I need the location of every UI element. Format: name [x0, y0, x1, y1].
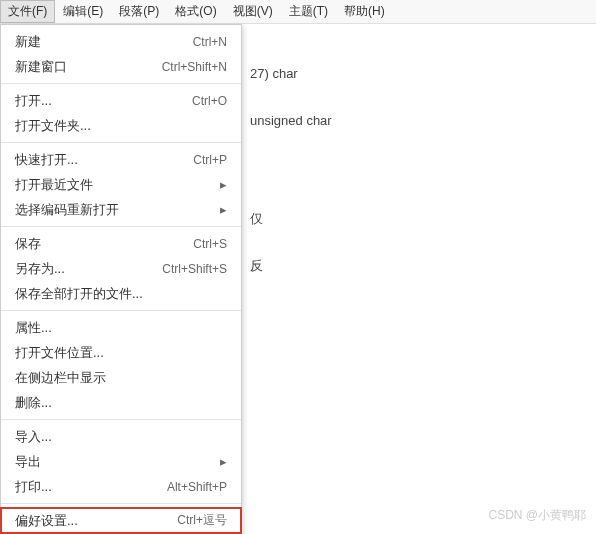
- menubar-edit[interactable]: 编辑(E): [55, 0, 111, 23]
- menubar-file[interactable]: 文件(F): [0, 0, 55, 23]
- menu-open-folder[interactable]: 打开文件夹...: [1, 113, 241, 138]
- menu-label: 另存为...: [15, 260, 162, 278]
- menu-import[interactable]: 导入...: [1, 424, 241, 449]
- menu-shortcut: Ctrl+N: [193, 35, 227, 49]
- bg-line: 27) char: [250, 60, 332, 89]
- watermark: CSDN @小黄鸭耶: [488, 507, 586, 524]
- menu-label: 打开最近文件: [15, 176, 220, 194]
- menu-label: 导出: [15, 453, 220, 471]
- menu-shortcut: Ctrl+P: [193, 153, 227, 167]
- menu-separator: [1, 419, 241, 420]
- menu-label: 快速打开...: [15, 151, 193, 169]
- file-menu-dropdown: 新建Ctrl+N 新建窗口Ctrl+Shift+N 打开...Ctrl+O 打开…: [0, 24, 242, 534]
- menu-label: 打开...: [15, 92, 192, 110]
- menu-save-as[interactable]: 另存为...Ctrl+Shift+S: [1, 256, 241, 281]
- menu-show-sidebar[interactable]: 在侧边栏中显示: [1, 365, 241, 390]
- menu-label: 属性...: [15, 319, 227, 337]
- menu-shortcut: Ctrl+Shift+S: [162, 262, 227, 276]
- menu-reopen-encoding[interactable]: 选择编码重新打开▸: [1, 197, 241, 222]
- menu-save-all[interactable]: 保存全部打开的文件...: [1, 281, 241, 306]
- menu-shortcut: Ctrl+Shift+N: [162, 60, 227, 74]
- menu-delete[interactable]: 删除...: [1, 390, 241, 415]
- menu-open-recent[interactable]: 打开最近文件▸: [1, 172, 241, 197]
- menubar-format[interactable]: 格式(O): [167, 0, 224, 23]
- menu-shortcut: Alt+Shift+P: [167, 480, 227, 494]
- menu-label: 打开文件位置...: [15, 344, 227, 362]
- menubar-view[interactable]: 视图(V): [225, 0, 281, 23]
- menu-label: 新建窗口: [15, 58, 162, 76]
- chevron-right-icon: ▸: [220, 454, 227, 469]
- menu-separator: [1, 503, 241, 504]
- menu-separator: [1, 142, 241, 143]
- menu-label: 导入...: [15, 428, 227, 446]
- bg-line: 反: [250, 252, 332, 281]
- menu-label: 打开文件夹...: [15, 117, 227, 135]
- menu-open-location[interactable]: 打开文件位置...: [1, 340, 241, 365]
- menu-save[interactable]: 保存Ctrl+S: [1, 231, 241, 256]
- menu-label: 保存: [15, 235, 193, 253]
- menu-shortcut: Ctrl+逗号: [177, 512, 227, 529]
- menu-separator: [1, 226, 241, 227]
- menu-label: 在侧边栏中显示: [15, 369, 227, 387]
- menubar-theme[interactable]: 主题(T): [281, 0, 336, 23]
- menu-label: 保存全部打开的文件...: [15, 285, 227, 303]
- menu-new[interactable]: 新建Ctrl+N: [1, 29, 241, 54]
- menu-label: 删除...: [15, 394, 227, 412]
- background-content: 27) char unsigned char 仅 反: [250, 60, 332, 280]
- menubar-paragraph[interactable]: 段落(P): [111, 0, 167, 23]
- menu-properties[interactable]: 属性...: [1, 315, 241, 340]
- menu-label: 打印...: [15, 478, 167, 496]
- menu-separator: [1, 83, 241, 84]
- menu-preferences[interactable]: 偏好设置...Ctrl+逗号: [1, 508, 241, 533]
- bg-line: unsigned char: [250, 107, 332, 136]
- menu-shortcut: Ctrl+S: [193, 237, 227, 251]
- menu-shortcut: Ctrl+O: [192, 94, 227, 108]
- menu-label: 选择编码重新打开: [15, 201, 220, 219]
- menu-label: 新建: [15, 33, 193, 51]
- bg-line: 仅: [250, 205, 332, 234]
- menu-export[interactable]: 导出▸: [1, 449, 241, 474]
- menu-open[interactable]: 打开...Ctrl+O: [1, 88, 241, 113]
- menubar: 文件(F) 编辑(E) 段落(P) 格式(O) 视图(V) 主题(T) 帮助(H…: [0, 0, 596, 24]
- menu-label: 偏好设置...: [15, 512, 177, 530]
- menu-new-window[interactable]: 新建窗口Ctrl+Shift+N: [1, 54, 241, 79]
- chevron-right-icon: ▸: [220, 177, 227, 192]
- menubar-help[interactable]: 帮助(H): [336, 0, 393, 23]
- menu-separator: [1, 310, 241, 311]
- menu-print[interactable]: 打印...Alt+Shift+P: [1, 474, 241, 499]
- chevron-right-icon: ▸: [220, 202, 227, 217]
- menu-quick-open[interactable]: 快速打开...Ctrl+P: [1, 147, 241, 172]
